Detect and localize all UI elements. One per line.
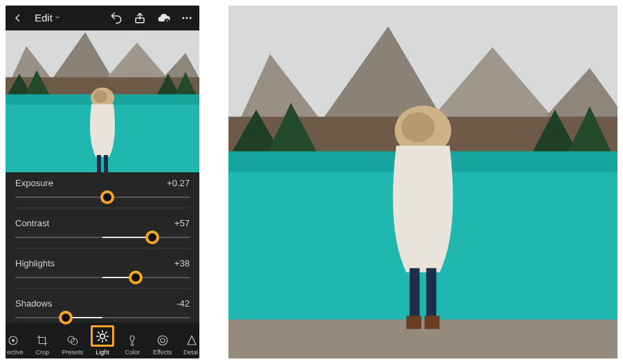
slider-track[interactable] [15,273,190,282]
slider-track[interactable] [15,313,190,322]
slider-exposure: Exposure +0.27 [15,178,190,208]
slider-thumb[interactable] [100,190,114,204]
photo-editor-app: Edit [6,6,199,358]
tool-label: Detai [183,349,198,356]
tool-light[interactable]: Light [89,325,116,356]
edit-menu[interactable]: Edit [35,12,61,24]
slider-track[interactable] [15,192,190,202]
edit-label: Edit [35,12,53,24]
svg-marker-39 [188,336,196,345]
slider-value: -42 [177,298,190,309]
tool-label: Color [125,349,141,356]
svg-point-36 [132,344,134,346]
slider-label: Shadows [15,298,52,309]
top-bar-left: Edit [11,11,61,25]
svg-rect-19 [97,155,101,172]
tool-label: Presets [62,349,83,356]
slider-value: +38 [174,258,190,269]
slider-thumb[interactable] [129,271,143,284]
svg-point-55 [401,112,435,142]
back-button[interactable] [11,11,25,25]
slider-value: +0.27 [167,178,190,188]
photo-preview[interactable] [6,30,199,172]
top-bar-right [109,11,194,25]
svg-rect-58 [406,316,422,329]
slider-thumb[interactable] [145,230,159,244]
bottom-toolbar: ective Crop Presets Light Color [6,322,199,358]
slider-thumb[interactable] [59,311,73,325]
tool-light-highlight [91,325,114,347]
preview-scene [6,30,199,172]
slider-shadows: Shadows -42 [15,298,190,322]
tool-effects[interactable]: Effects [149,334,177,356]
reference-scene [228,6,617,358]
undo-button[interactable] [109,11,123,25]
slider-label: Exposure [15,178,53,188]
svg-point-27 [100,334,105,339]
slider-contrast: Contrast +57 [15,218,190,248]
svg-line-35 [105,332,107,334]
tool-label: Crop [36,349,50,356]
svg-line-32 [98,332,100,334]
svg-rect-57 [426,268,436,318]
svg-rect-59 [424,316,440,329]
reference-photo [228,6,617,358]
slider-label: Highlights [15,258,55,269]
tool-color[interactable]: Color [118,334,146,356]
svg-rect-53 [228,320,617,358]
svg-rect-20 [104,155,108,172]
cloud-sync-button[interactable] [156,11,170,25]
svg-point-24 [12,340,15,342]
svg-point-18 [93,90,107,102]
share-button[interactable] [133,11,147,25]
svg-point-4 [190,17,192,19]
tool-detail-cut[interactable]: Detai [179,334,198,356]
top-bar: Edit [6,6,199,30]
svg-rect-56 [410,268,419,318]
slider-value: +57 [174,218,190,228]
svg-point-2 [182,17,184,19]
svg-line-33 [105,339,107,340]
svg-line-34 [98,339,100,340]
chevron-down-icon [54,13,61,23]
slider-highlights: Highlights +38 [15,258,190,289]
slider-label: Contrast [15,218,49,228]
tool-crop[interactable]: Crop [28,334,56,356]
tool-label: Effects [153,349,172,356]
svg-point-38 [161,338,165,343]
svg-point-37 [158,336,168,345]
tool-label: ective [7,349,24,356]
tool-selective-cut[interactable]: ective [7,334,26,356]
slider-track[interactable] [15,233,190,242]
tool-label: Light [96,349,109,356]
svg-point-3 [186,17,188,19]
more-button[interactable] [180,11,194,25]
light-panel: Exposure +0.27 Contrast +57 [6,172,199,322]
tool-presets[interactable]: Presets [59,334,87,356]
